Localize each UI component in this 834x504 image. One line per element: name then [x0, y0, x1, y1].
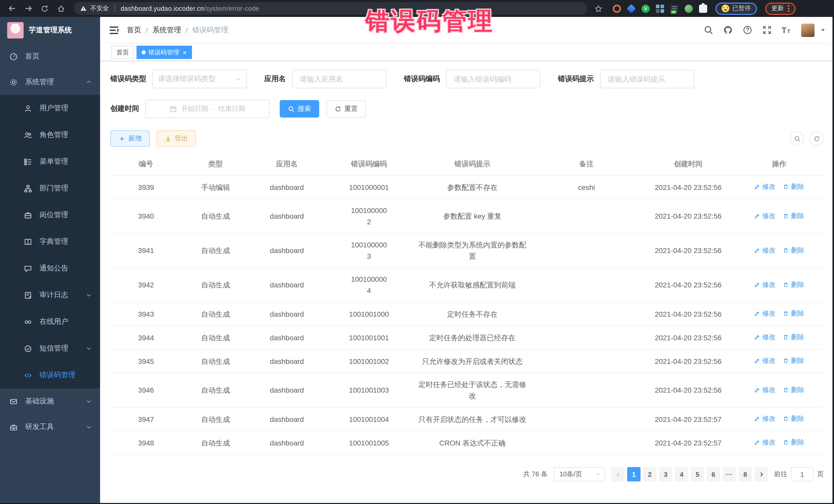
table-body: 3939手动编辑dashboard1001000001参数配置不存在ceshi2…	[110, 175, 824, 455]
sidebar-item-role[interactable]: 角色管理	[0, 122, 100, 148]
edit-link[interactable]: 修改	[754, 210, 775, 221]
app-name-input[interactable]	[299, 74, 380, 84]
date-range-picker[interactable]: 开始日期 - 结束日期	[145, 100, 269, 118]
sidebar-item-audit-log[interactable]: 审计日志	[0, 282, 100, 308]
sidebar-item-sms[interactable]: 短信管理	[0, 335, 100, 362]
toolbox-icon	[9, 423, 18, 431]
page-button-4[interactable]: 4	[675, 467, 688, 481]
extension-green-icon[interactable]: V	[641, 4, 650, 13]
extension-on-badge-icon[interactable]: on	[670, 4, 679, 13]
tab-error-code[interactable]: 错误码管理 ×	[136, 46, 192, 59]
delete-link[interactable]: 删除	[783, 384, 804, 395]
cell-app: dashboard	[249, 431, 324, 455]
page-button-6[interactable]: 6	[707, 467, 720, 481]
toggle-search-button[interactable]	[790, 131, 804, 146]
goto-page-input[interactable]	[791, 467, 813, 481]
github-icon[interactable]	[723, 25, 733, 35]
tab-home[interactable]: 首页	[111, 46, 134, 59]
cell-id: 3946	[110, 373, 182, 407]
sidebar-item-dev-tools[interactable]: 研发工具	[0, 414, 100, 440]
page-size-select[interactable]: 10条/页	[554, 467, 605, 481]
error-type-select[interactable]: 请选择错误码类型	[152, 70, 247, 88]
cell-code: 1001001005	[324, 431, 414, 455]
delete-link[interactable]: 删除	[783, 181, 804, 193]
reload-icon[interactable]	[38, 2, 51, 15]
fullscreen-icon[interactable]	[762, 25, 772, 35]
edit-link[interactable]: 修改	[754, 308, 775, 319]
export-button[interactable]: 导出	[156, 130, 196, 147]
edit-link[interactable]: 修改	[754, 181, 775, 193]
breadcrumb-system[interactable]: 系统管理	[152, 25, 181, 35]
edit-link[interactable]: 修改	[754, 279, 775, 290]
help-icon[interactable]	[743, 25, 752, 35]
delete-link[interactable]: 删除	[783, 308, 804, 319]
sidebar-item-infra[interactable]: 基础设施	[0, 389, 100, 414]
address-bar[interactable]: 不安全 dashboard.yudao.iocoder.cn/system/er…	[74, 2, 587, 15]
page-button-3[interactable]: 3	[659, 467, 672, 481]
font-size-icon[interactable]: TT	[782, 25, 791, 35]
menu-kebab-icon[interactable]	[788, 5, 789, 12]
sidebar-item-dict[interactable]: 字典管理	[0, 228, 100, 255]
prev-page-button[interactable]	[611, 467, 624, 481]
chevron-down-icon	[86, 398, 92, 404]
sidebar-item-error-code[interactable]: 错误码管理	[0, 362, 100, 389]
sidebar-item-dept[interactable]: 部门管理	[0, 175, 100, 202]
breadcrumb-home[interactable]: 首页	[127, 25, 141, 35]
sidebar-item-post[interactable]: 岗位管理	[0, 202, 100, 228]
extension-grid-icon[interactable]	[656, 4, 664, 13]
breadcrumb: 首页 / 系统管理 / 错误码管理	[127, 25, 228, 35]
edit-link[interactable]: 修改	[754, 245, 775, 256]
cell-actions: 修改删除	[734, 373, 824, 407]
delete-link[interactable]: 删除	[783, 355, 804, 367]
edit-link[interactable]: 修改	[754, 355, 775, 367]
reset-button[interactable]: 重置	[326, 100, 366, 117]
extension-gem-icon[interactable]	[627, 4, 636, 13]
edit-link[interactable]: 修改	[754, 437, 775, 448]
user-avatar[interactable]	[801, 23, 814, 37]
edit-link[interactable]: 修改	[754, 332, 775, 343]
page-button-5[interactable]: 5	[691, 467, 704, 481]
sidebar-item-online-user[interactable]: 在线用户	[0, 308, 100, 335]
cell-created-time: 2021-04-20 23:52:56	[642, 233, 734, 268]
cell-type: 自动生成	[182, 431, 249, 455]
sidebar-item-menu[interactable]: 菜单管理	[0, 148, 100, 175]
close-icon[interactable]: ×	[183, 49, 186, 56]
delete-link[interactable]: 删除	[783, 245, 804, 256]
hamburger-icon[interactable]	[108, 24, 119, 36]
home-icon[interactable]	[54, 2, 68, 15]
next-page-button[interactable]	[754, 467, 768, 481]
cell-type: 自动生成	[182, 373, 249, 407]
page-button-2[interactable]: 2	[643, 467, 656, 481]
page-button-8[interactable]: 8	[739, 467, 752, 481]
extension-orange-icon[interactable]	[613, 4, 621, 13]
search-icon[interactable]	[704, 25, 714, 35]
forward-icon[interactable]	[22, 2, 35, 15]
error-code-input[interactable]	[453, 74, 534, 84]
sidebar-item-notice[interactable]: 通知公告	[0, 255, 100, 282]
delete-link[interactable]: 删除	[783, 279, 804, 290]
update-button[interactable]: 更新	[765, 2, 795, 15]
extensions-puzzle-icon[interactable]	[699, 4, 707, 13]
sidebar-item-system[interactable]: 系统管理	[0, 69, 100, 95]
sidebar-item-user[interactable]: 用户管理	[0, 95, 100, 122]
cell-code: 1001001001	[324, 326, 414, 349]
chevron-down-icon[interactable]	[820, 27, 826, 33]
delete-link[interactable]: 删除	[783, 413, 804, 424]
search-button[interactable]: 搜索	[280, 100, 319, 117]
edit-link[interactable]: 修改	[754, 384, 775, 395]
page-button-1[interactable]: 1	[627, 467, 640, 481]
edit-link[interactable]: 修改	[754, 413, 775, 424]
add-button[interactable]: 新增	[110, 130, 150, 147]
profile-paused-pill[interactable]: 已暂停	[716, 2, 757, 15]
delete-link[interactable]: 删除	[783, 332, 804, 343]
book-icon	[24, 237, 32, 246]
delete-link[interactable]: 删除	[783, 210, 804, 221]
page-ellipsis[interactable]: ···	[723, 467, 736, 481]
refresh-table-button[interactable]	[809, 131, 824, 146]
sidebar-item-home[interactable]: 首页	[0, 44, 100, 69]
back-icon[interactable]	[5, 2, 19, 15]
bookmark-star-icon[interactable]	[594, 4, 602, 13]
delete-link[interactable]: 删除	[783, 437, 804, 448]
error-msg-input[interactable]	[607, 74, 688, 84]
extension-frog-icon[interactable]	[685, 4, 693, 13]
